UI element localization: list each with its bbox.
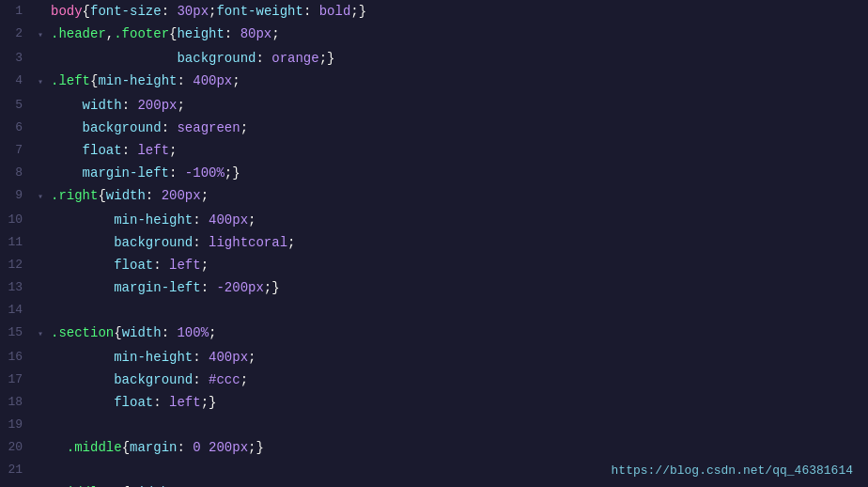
- fold-indicator[interactable]: [34, 232, 47, 234]
- code-line: 3 background: orange;}: [0, 47, 868, 70]
- line-number: 19: [0, 415, 34, 435]
- line-number: 6: [0, 118, 34, 138]
- line-number: 21: [0, 460, 34, 480]
- code-line: 20 .middle{margin: 0 200px;}: [0, 436, 868, 459]
- fold-indicator[interactable]: [34, 255, 47, 257]
- line-number: 2: [0, 24, 34, 44]
- line-content: background: lightcoral;: [47, 232, 868, 253]
- fold-indicator[interactable]: ▾: [34, 24, 47, 46]
- line-content: float: left;: [47, 255, 868, 275]
- fold-indicator[interactable]: [34, 163, 47, 165]
- fold-indicator[interactable]: [34, 140, 47, 142]
- fold-indicator[interactable]: [34, 277, 47, 279]
- fold-indicator[interactable]: [34, 437, 47, 439]
- line-content: float: left;: [47, 140, 868, 161]
- line-content: background: #ccc;: [47, 369, 868, 390]
- code-line: 6 background: seagreen;: [0, 117, 868, 139]
- line-content: .header,.footer{height: 80px;: [47, 24, 868, 44]
- line-number: 16: [0, 347, 34, 368]
- fold-indicator[interactable]: ▾: [34, 185, 47, 208]
- code-line: 1 body{font-size: 30px;font-weight: bold…: [0, 0, 868, 23]
- line-number: 11: [0, 232, 34, 253]
- fold-indicator[interactable]: [34, 118, 47, 119]
- code-line: 9▾.right{width: 200px;: [0, 184, 868, 209]
- line-number: 7: [0, 140, 34, 161]
- code-line: 18 float: left;}: [0, 391, 868, 414]
- fold-indicator[interactable]: [34, 1, 47, 3]
- fold-indicator[interactable]: [34, 369, 47, 371]
- fold-indicator[interactable]: [34, 210, 47, 212]
- code-line: 7 float: left;: [0, 139, 868, 162]
- line-number: 10: [0, 210, 34, 230]
- code-line: 15▾.section{width: 100%;: [0, 322, 868, 346]
- fold-indicator[interactable]: [34, 300, 47, 302]
- line-content: .section{width: 100%;: [47, 322, 868, 343]
- code-line: 10 min-height: 400px;: [0, 209, 868, 231]
- code-line: 22▾.middle p{width: 200px;: [0, 481, 868, 487]
- line-number: 9: [0, 185, 34, 206]
- line-content: .right{width: 200px;: [47, 185, 868, 206]
- fold-indicator[interactable]: ▾: [34, 71, 47, 93]
- fold-indicator[interactable]: [34, 392, 47, 394]
- line-number: 14: [0, 300, 34, 321]
- line-content: body{font-size: 30px;font-weight: bold;}: [47, 1, 868, 22]
- fold-indicator[interactable]: [34, 347, 47, 349]
- line-number: 22: [0, 482, 34, 487]
- line-content: min-height: 400px;: [47, 347, 868, 368]
- line-content: width: 200px;: [47, 95, 868, 116]
- line-content: background: orange;}: [47, 48, 868, 69]
- line-number: 3: [0, 48, 34, 69]
- line-content: min-height: 400px;: [47, 210, 868, 230]
- line-content: background: seagreen;: [47, 118, 868, 138]
- line-content: float: left;}: [47, 392, 868, 413]
- line-content: margin-left: -200px;}: [47, 277, 868, 298]
- fold-indicator[interactable]: ▾: [34, 482, 47, 487]
- line-content: .middle p{width: 200px;: [47, 482, 868, 487]
- code-line: 13 margin-left: -200px;}: [0, 276, 868, 299]
- line-number: 13: [0, 277, 34, 298]
- code-line: 5 width: 200px;: [0, 94, 868, 117]
- code-line: 16 min-height: 400px;: [0, 346, 868, 369]
- line-number: 18: [0, 392, 34, 413]
- fold-indicator[interactable]: ▾: [34, 322, 47, 345]
- url-watermark: https://blog.csdn.net/qq_46381614: [612, 463, 853, 478]
- line-number: 20: [0, 437, 34, 458]
- line-number: 8: [0, 163, 34, 183]
- code-line: 17 background: #ccc;: [0, 369, 868, 391]
- line-content: margin-left: -100%;}: [47, 163, 868, 183]
- fold-indicator[interactable]: [34, 48, 47, 50]
- code-editor: 1 body{font-size: 30px;font-weight: bold…: [0, 0, 868, 487]
- code-line: 4▾.left{min-height: 400px;: [0, 70, 868, 94]
- code-line: 11 background: lightcoral;: [0, 231, 868, 254]
- line-number: 5: [0, 95, 34, 116]
- code-line: 14: [0, 299, 868, 322]
- fold-indicator[interactable]: [34, 460, 47, 462]
- code-line: 19: [0, 414, 868, 436]
- code-line: 2▾.header,.footer{height: 80px;: [0, 23, 868, 47]
- code-line: 12 float: left;: [0, 254, 868, 276]
- line-number: 15: [0, 322, 34, 343]
- line-number: 12: [0, 255, 34, 275]
- line-content: .middle{margin: 0 200px;}: [47, 437, 868, 458]
- line-number: 1: [0, 1, 34, 22]
- fold-indicator[interactable]: [34, 415, 47, 416]
- line-content: .left{min-height: 400px;: [47, 71, 868, 91]
- line-number: 17: [0, 369, 34, 390]
- line-number: 4: [0, 71, 34, 91]
- fold-indicator[interactable]: [34, 95, 47, 97]
- code-line: 8 margin-left: -100%;}: [0, 162, 868, 184]
